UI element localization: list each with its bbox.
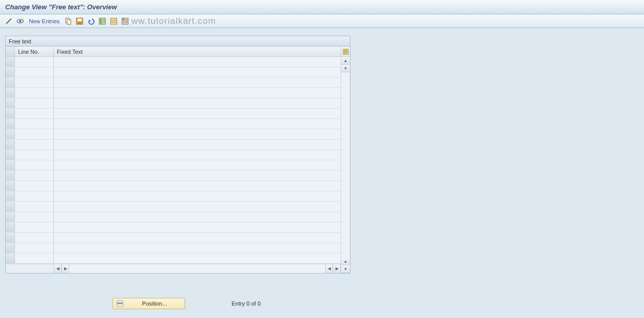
row-selector[interactable] <box>6 202 15 211</box>
row-selector[interactable] <box>6 222 15 232</box>
table-row[interactable] <box>6 233 341 243</box>
row-selector[interactable] <box>6 57 15 67</box>
selection-column-header[interactable] <box>6 47 15 56</box>
cell-fixedtext[interactable] <box>54 253 341 263</box>
vscroll-down-icon[interactable]: ▼ <box>341 65 350 72</box>
cell-fixedtext[interactable] <box>54 212 341 222</box>
table-row[interactable] <box>6 202 341 212</box>
row-selector[interactable] <box>6 233 15 243</box>
table-row[interactable] <box>6 150 341 160</box>
cell-fixedtext[interactable] <box>54 171 341 180</box>
table-row[interactable] <box>6 67 341 78</box>
cell-fixedtext[interactable] <box>54 181 341 191</box>
table-row[interactable] <box>6 212 341 222</box>
table-row[interactable] <box>6 191 341 202</box>
vscroll-up-icon[interactable]: ▲ <box>341 57 350 65</box>
cell-lineno[interactable] <box>15 67 54 77</box>
cell-lineno[interactable] <box>15 88 54 98</box>
row-selector[interactable] <box>6 78 15 87</box>
table-row[interactable] <box>6 109 341 119</box>
cell-lineno[interactable] <box>15 181 54 191</box>
cell-fixedtext[interactable] <box>54 160 341 170</box>
vscroll-down2-icon[interactable]: ▼ <box>341 265 350 273</box>
row-selector[interactable] <box>6 243 15 253</box>
cell-lineno[interactable] <box>15 222 54 232</box>
cell-fixedtext[interactable] <box>54 57 341 67</box>
cell-lineno[interactable] <box>15 140 54 149</box>
cell-fixedtext[interactable] <box>54 140 341 149</box>
undo-icon[interactable] <box>86 17 96 26</box>
row-selector[interactable] <box>6 171 15 180</box>
cell-fixedtext[interactable] <box>54 78 341 87</box>
hscroll-right2-icon[interactable]: ▶ <box>333 264 341 273</box>
table-row[interactable] <box>6 57 341 67</box>
vscroll-up2-icon[interactable]: ▲ <box>341 258 350 265</box>
row-selector[interactable] <box>6 88 15 98</box>
row-selector[interactable] <box>6 109 15 118</box>
other-view-icon[interactable] <box>16 17 25 26</box>
row-selector[interactable] <box>6 129 15 139</box>
table-settings-icon[interactable] <box>341 47 350 57</box>
row-selector[interactable] <box>6 150 15 160</box>
row-selector[interactable] <box>6 212 15 222</box>
cell-fixedtext[interactable] <box>54 150 341 160</box>
cell-lineno[interactable] <box>15 119 54 129</box>
row-selector[interactable] <box>6 119 15 129</box>
table-row[interactable] <box>6 171 341 181</box>
row-selector[interactable] <box>6 160 15 170</box>
cell-fixedtext[interactable] <box>54 109 341 118</box>
cell-fixedtext[interactable] <box>54 119 341 129</box>
cell-lineno[interactable] <box>15 233 54 243</box>
hscroll-left-icon[interactable]: ◀ <box>54 264 62 273</box>
cell-fixedtext[interactable] <box>54 88 341 98</box>
position-button[interactable]: Position... <box>113 298 185 309</box>
table-row[interactable] <box>6 253 341 264</box>
deselect-all-icon[interactable] <box>109 17 118 26</box>
cell-lineno[interactable] <box>15 202 54 211</box>
table-row[interactable] <box>6 98 341 109</box>
table-row[interactable] <box>6 160 341 171</box>
cell-lineno[interactable] <box>15 191 54 201</box>
table-row[interactable] <box>6 222 341 233</box>
select-all-icon[interactable] <box>98 17 107 26</box>
cell-lineno[interactable] <box>15 98 54 108</box>
cell-lineno[interactable] <box>15 109 54 118</box>
table-row[interactable] <box>6 78 341 88</box>
row-selector[interactable] <box>6 67 15 77</box>
cell-lineno[interactable] <box>15 78 54 87</box>
row-selector[interactable] <box>6 140 15 149</box>
cell-fixedtext[interactable] <box>54 129 341 139</box>
delimit-icon[interactable] <box>120 17 130 26</box>
column-header-lineno[interactable]: Line No. <box>15 47 54 56</box>
cell-lineno[interactable] <box>15 171 54 180</box>
row-selector[interactable] <box>6 191 15 201</box>
cell-fixedtext[interactable] <box>54 191 341 201</box>
hscroll-track[interactable] <box>69 264 325 273</box>
cell-lineno[interactable] <box>15 150 54 160</box>
table-row[interactable] <box>6 119 341 129</box>
cell-lineno[interactable] <box>15 243 54 253</box>
cell-lineno[interactable] <box>15 57 54 67</box>
cell-lineno[interactable] <box>15 129 54 139</box>
cell-lineno[interactable] <box>15 212 54 222</box>
table-row[interactable] <box>6 140 341 150</box>
cell-fixedtext[interactable] <box>54 98 341 108</box>
table-row[interactable] <box>6 243 341 253</box>
table-row[interactable] <box>6 129 341 140</box>
vscroll-track[interactable] <box>341 72 350 258</box>
hscroll-left2-icon[interactable]: ◀ <box>325 264 333 273</box>
cell-fixedtext[interactable] <box>54 67 341 77</box>
row-selector[interactable] <box>6 253 15 263</box>
display-change-icon[interactable] <box>4 17 13 26</box>
copy-icon[interactable] <box>64 17 73 26</box>
table-row[interactable] <box>6 181 341 191</box>
hscroll-right-icon[interactable]: ▶ <box>62 264 69 273</box>
cell-lineno[interactable] <box>15 253 54 263</box>
cell-lineno[interactable] <box>15 160 54 170</box>
table-row[interactable] <box>6 88 341 98</box>
save-icon[interactable] <box>75 17 84 26</box>
cell-fixedtext[interactable] <box>54 222 341 232</box>
row-selector[interactable] <box>6 181 15 191</box>
cell-fixedtext[interactable] <box>54 243 341 253</box>
cell-fixedtext[interactable] <box>54 202 341 211</box>
